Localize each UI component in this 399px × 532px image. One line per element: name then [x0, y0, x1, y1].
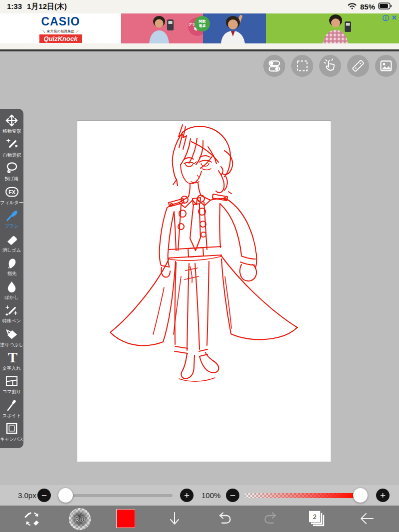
undo-icon — [214, 510, 232, 528]
sidebar-item-label: 文字入れ — [2, 365, 21, 372]
ad-green-panel: ⓘ ✕ — [266, 13, 399, 43]
redo-icon — [263, 510, 281, 528]
battery-percent: 85% — [360, 2, 375, 11]
eraser-icon — [5, 233, 18, 246]
ad-banner[interactable]: CASIO ＼ 東大発の知識集団 ／ QuizKnock グラフ関数 電卓 — [0, 13, 399, 43]
sidebar-item-label: コマ割り — [2, 389, 21, 395]
sidebar-item-brush[interactable]: ブラシ — [0, 209, 23, 230]
opacity-knob[interactable] — [353, 488, 368, 503]
casio-logo: CASIO — [0, 15, 121, 28]
tool-sidebar: 移動変形 自動選択 投げ縄 FX フィルター — [0, 109, 23, 448]
ad-close-icon[interactable]: ✕ — [392, 14, 397, 23]
blend-toggles-button[interactable] — [263, 55, 285, 77]
sidebar-item-label: 自動選択 — [2, 152, 21, 158]
ruler-button[interactable] — [347, 55, 369, 77]
brush-size-value: 3.0px — [18, 491, 36, 500]
sidebar-item-canvas[interactable]: キャンバス — [0, 422, 23, 443]
ad-person-photo — [141, 15, 179, 43]
opacity-slider[interactable] — [244, 493, 364, 498]
ad-casio-panel: CASIO ＼ 東大発の知識集団 ／ QuizKnock — [0, 13, 121, 43]
brush-settings-bar: 3.0px − + 100% − + — [0, 485, 399, 506]
ruler-icon — [350, 58, 366, 74]
toggles-icon — [266, 58, 282, 74]
bottom-toolbar: 3.0 2 — [0, 506, 399, 532]
sidebar-item-label: 塗りつぶし — [0, 341, 23, 348]
ad-bottom-strip — [0, 43, 399, 49]
eyedropper-icon — [5, 398, 18, 412]
sidebar-item-label: 移動変形 — [2, 128, 21, 135]
wifi-icon — [347, 2, 357, 11]
opacity-minus-button[interactable]: − — [226, 489, 239, 502]
sidebar-item-special-pen[interactable]: 特殊ペン — [0, 303, 23, 324]
special-pen-icon — [5, 303, 18, 317]
sidebar-item-move-transform[interactable]: 移動変形 — [0, 114, 23, 135]
sidebar-item-eyedropper[interactable]: スポイト — [0, 398, 23, 419]
character-sketch — [77, 121, 331, 462]
pull-down-button[interactable] — [166, 510, 184, 528]
brush-icon — [5, 209, 18, 222]
sidebar-item-fill[interactable]: 塗りつぶし — [0, 327, 23, 348]
text-tool-icon: T — [5, 351, 18, 364]
sidebar-item-panel-divide[interactable]: コマ割り — [0, 374, 23, 395]
sidebar-item-label: 投げ縄 — [5, 176, 19, 182]
fingertip-icon — [5, 256, 18, 269]
app-screen: 1:33 1月12日(木) 85% CASIO ＼ 東 — [0, 0, 399, 532]
ad-info-icon[interactable]: ⓘ — [383, 14, 389, 23]
ad-person-photo — [212, 14, 257, 43]
comic-panel-icon — [5, 374, 18, 388]
water-drop-icon — [5, 280, 18, 293]
sidebar-item-eraser[interactable]: 消しゴム — [0, 233, 23, 254]
sidebar-item-lasso[interactable]: 投げ縄 — [0, 161, 23, 182]
brush-size-slider[interactable] — [59, 494, 173, 497]
opacity-plus-button[interactable]: + — [376, 489, 390, 502]
sidebar-item-auto-select[interactable]: 自動選択 — [0, 138, 23, 159]
image-icon — [378, 58, 394, 74]
sidebar-item-label: フィルター — [0, 199, 23, 206]
image-import-button[interactable] — [375, 55, 397, 77]
brush-eraser-swap-icon — [22, 509, 42, 529]
color-swatch-button[interactable] — [116, 509, 135, 528]
redo-button[interactable] — [263, 510, 281, 528]
magic-wand-icon — [5, 138, 18, 151]
svg-text:T: T — [8, 351, 17, 364]
brush-preview-button[interactable]: 3.0 — [69, 508, 91, 530]
top-toolbar — [263, 55, 397, 77]
gesture-button[interactable] — [319, 55, 341, 77]
status-time: 1:33 — [7, 2, 22, 11]
tap-hand-icon — [322, 58, 338, 74]
svg-text:FX: FX — [8, 189, 15, 195]
brush-size-knob[interactable] — [58, 488, 73, 503]
fx-filter-icon: FX — [4, 185, 19, 199]
back-button[interactable] — [358, 510, 376, 528]
back-arrow-icon — [358, 510, 376, 528]
sidebar-item-label: ぼかし — [4, 294, 18, 300]
brush-size-plus-button[interactable]: + — [180, 489, 194, 502]
undo-button[interactable] — [214, 510, 232, 528]
ad-person-photo — [316, 14, 361, 43]
ad-blue-panel: 関数 電卓 — [203, 13, 266, 43]
lasso-icon — [5, 161, 18, 175]
brush-preview-size: 3.0 — [75, 516, 84, 523]
sidebar-item-label: ブラシ — [4, 223, 18, 230]
drawing-canvas[interactable] — [77, 121, 331, 462]
ad-pink-panel: グラフ関数 電卓 — [121, 13, 203, 43]
ad-badge-func-calc: 関数 電卓 — [195, 16, 210, 31]
sidebar-item-filter[interactable]: FX フィルター — [0, 185, 23, 206]
layer-count: 2 — [309, 511, 321, 523]
toolbar-divider — [0, 49, 399, 51]
selection-button[interactable] — [291, 55, 313, 77]
sidebar-item-label: スポイト — [2, 412, 21, 419]
status-bar: 1:33 1月12日(木) 85% — [0, 0, 399, 13]
sidebar-item-text[interactable]: T 文字入れ — [0, 351, 23, 372]
battery-icon — [378, 2, 392, 11]
sidebar-item-smudge[interactable]: 指先 — [0, 256, 23, 277]
sidebar-item-blur[interactable]: ぼかし — [0, 280, 23, 301]
sidebar-item-label: 指先 — [7, 270, 16, 277]
down-arrow-icon — [166, 510, 184, 528]
opacity-value: 100% — [201, 491, 220, 500]
sidebar-item-label: 消しゴム — [2, 247, 21, 253]
swap-brush-eraser-button[interactable] — [22, 509, 42, 529]
layers-button[interactable]: 2 — [308, 510, 326, 528]
brush-size-minus-button[interactable]: − — [37, 489, 51, 502]
ad-headline: カシオの関数電卓 — [191, 42, 296, 43]
